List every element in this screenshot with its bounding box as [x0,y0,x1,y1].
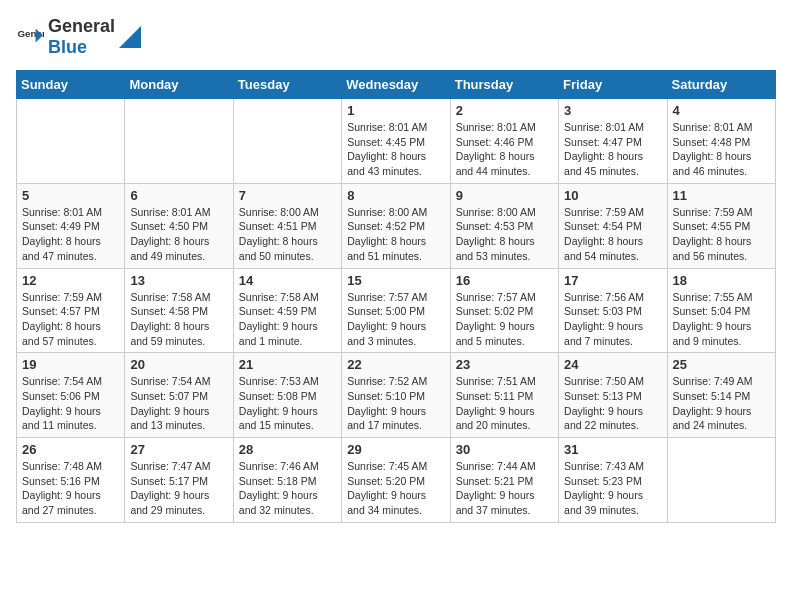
day-info: Sunrise: 7:43 AM Sunset: 5:23 PM Dayligh… [564,459,661,518]
day-info: Sunrise: 8:00 AM Sunset: 4:53 PM Dayligh… [456,205,553,264]
day-number: 7 [239,188,336,203]
col-header-saturday: Saturday [667,71,775,99]
day-number: 28 [239,442,336,457]
col-header-thursday: Thursday [450,71,558,99]
calendar-cell: 17Sunrise: 7:56 AM Sunset: 5:03 PM Dayli… [559,268,667,353]
day-number: 22 [347,357,444,372]
calendar-cell: 21Sunrise: 7:53 AM Sunset: 5:08 PM Dayli… [233,353,341,438]
day-number: 26 [22,442,119,457]
calendar-cell: 4Sunrise: 8:01 AM Sunset: 4:48 PM Daylig… [667,99,775,184]
day-number: 8 [347,188,444,203]
day-number: 29 [347,442,444,457]
calendar-header-row: SundayMondayTuesdayWednesdayThursdayFrid… [17,71,776,99]
calendar-cell: 1Sunrise: 8:01 AM Sunset: 4:45 PM Daylig… [342,99,450,184]
day-number: 13 [130,273,227,288]
logo: General General Blue [16,16,141,58]
day-number: 16 [456,273,553,288]
logo-icon: General [16,23,44,51]
day-number: 24 [564,357,661,372]
day-info: Sunrise: 7:59 AM Sunset: 4:54 PM Dayligh… [564,205,661,264]
day-number: 2 [456,103,553,118]
calendar-week-3: 12Sunrise: 7:59 AM Sunset: 4:57 PM Dayli… [17,268,776,353]
col-header-sunday: Sunday [17,71,125,99]
day-info: Sunrise: 7:59 AM Sunset: 4:57 PM Dayligh… [22,290,119,349]
calendar-cell [667,438,775,523]
day-info: Sunrise: 7:59 AM Sunset: 4:55 PM Dayligh… [673,205,770,264]
calendar-cell: 31Sunrise: 7:43 AM Sunset: 5:23 PM Dayli… [559,438,667,523]
logo-arrow-icon [119,26,141,48]
day-info: Sunrise: 7:55 AM Sunset: 5:04 PM Dayligh… [673,290,770,349]
calendar-cell: 25Sunrise: 7:49 AM Sunset: 5:14 PM Dayli… [667,353,775,438]
day-info: Sunrise: 7:54 AM Sunset: 5:07 PM Dayligh… [130,374,227,433]
day-info: Sunrise: 8:00 AM Sunset: 4:51 PM Dayligh… [239,205,336,264]
calendar-cell: 10Sunrise: 7:59 AM Sunset: 4:54 PM Dayli… [559,183,667,268]
day-info: Sunrise: 7:46 AM Sunset: 5:18 PM Dayligh… [239,459,336,518]
day-number: 14 [239,273,336,288]
calendar-cell: 16Sunrise: 7:57 AM Sunset: 5:02 PM Dayli… [450,268,558,353]
calendar-cell: 12Sunrise: 7:59 AM Sunset: 4:57 PM Dayli… [17,268,125,353]
calendar-cell: 13Sunrise: 7:58 AM Sunset: 4:58 PM Dayli… [125,268,233,353]
calendar-table: SundayMondayTuesdayWednesdayThursdayFrid… [16,70,776,523]
col-header-friday: Friday [559,71,667,99]
day-info: Sunrise: 7:58 AM Sunset: 4:58 PM Dayligh… [130,290,227,349]
calendar-cell: 29Sunrise: 7:45 AM Sunset: 5:20 PM Dayli… [342,438,450,523]
calendar-cell: 30Sunrise: 7:44 AM Sunset: 5:21 PM Dayli… [450,438,558,523]
day-number: 3 [564,103,661,118]
day-info: Sunrise: 8:01 AM Sunset: 4:46 PM Dayligh… [456,120,553,179]
calendar-cell: 2Sunrise: 8:01 AM Sunset: 4:46 PM Daylig… [450,99,558,184]
svg-marker-1 [119,26,141,48]
day-info: Sunrise: 8:01 AM Sunset: 4:47 PM Dayligh… [564,120,661,179]
calendar-cell: 20Sunrise: 7:54 AM Sunset: 5:07 PM Dayli… [125,353,233,438]
day-number: 19 [22,357,119,372]
day-info: Sunrise: 7:44 AM Sunset: 5:21 PM Dayligh… [456,459,553,518]
day-number: 15 [347,273,444,288]
logo-general-text: General [48,16,115,36]
day-info: Sunrise: 7:56 AM Sunset: 5:03 PM Dayligh… [564,290,661,349]
calendar-cell [125,99,233,184]
page-header: General General Blue [16,16,776,58]
calendar-week-5: 26Sunrise: 7:48 AM Sunset: 5:16 PM Dayli… [17,438,776,523]
day-number: 17 [564,273,661,288]
calendar-cell: 11Sunrise: 7:59 AM Sunset: 4:55 PM Dayli… [667,183,775,268]
day-info: Sunrise: 7:54 AM Sunset: 5:06 PM Dayligh… [22,374,119,433]
calendar-cell: 28Sunrise: 7:46 AM Sunset: 5:18 PM Dayli… [233,438,341,523]
day-info: Sunrise: 7:51 AM Sunset: 5:11 PM Dayligh… [456,374,553,433]
day-number: 1 [347,103,444,118]
day-number: 30 [456,442,553,457]
calendar-week-1: 1Sunrise: 8:01 AM Sunset: 4:45 PM Daylig… [17,99,776,184]
day-info: Sunrise: 7:53 AM Sunset: 5:08 PM Dayligh… [239,374,336,433]
calendar-cell: 24Sunrise: 7:50 AM Sunset: 5:13 PM Dayli… [559,353,667,438]
day-number: 6 [130,188,227,203]
calendar-cell: 3Sunrise: 8:01 AM Sunset: 4:47 PM Daylig… [559,99,667,184]
calendar-cell: 6Sunrise: 8:01 AM Sunset: 4:50 PM Daylig… [125,183,233,268]
calendar-cell: 19Sunrise: 7:54 AM Sunset: 5:06 PM Dayli… [17,353,125,438]
day-number: 27 [130,442,227,457]
day-number: 31 [564,442,661,457]
calendar-cell: 7Sunrise: 8:00 AM Sunset: 4:51 PM Daylig… [233,183,341,268]
day-info: Sunrise: 8:01 AM Sunset: 4:50 PM Dayligh… [130,205,227,264]
day-info: Sunrise: 8:01 AM Sunset: 4:45 PM Dayligh… [347,120,444,179]
calendar-cell: 8Sunrise: 8:00 AM Sunset: 4:52 PM Daylig… [342,183,450,268]
day-number: 25 [673,357,770,372]
day-number: 12 [22,273,119,288]
day-info: Sunrise: 8:01 AM Sunset: 4:48 PM Dayligh… [673,120,770,179]
day-info: Sunrise: 7:47 AM Sunset: 5:17 PM Dayligh… [130,459,227,518]
calendar-cell: 15Sunrise: 7:57 AM Sunset: 5:00 PM Dayli… [342,268,450,353]
calendar-week-2: 5Sunrise: 8:01 AM Sunset: 4:49 PM Daylig… [17,183,776,268]
day-info: Sunrise: 7:50 AM Sunset: 5:13 PM Dayligh… [564,374,661,433]
day-info: Sunrise: 7:57 AM Sunset: 5:00 PM Dayligh… [347,290,444,349]
col-header-wednesday: Wednesday [342,71,450,99]
day-number: 18 [673,273,770,288]
col-header-monday: Monday [125,71,233,99]
calendar-week-4: 19Sunrise: 7:54 AM Sunset: 5:06 PM Dayli… [17,353,776,438]
day-info: Sunrise: 7:57 AM Sunset: 5:02 PM Dayligh… [456,290,553,349]
day-number: 4 [673,103,770,118]
calendar-cell: 5Sunrise: 8:01 AM Sunset: 4:49 PM Daylig… [17,183,125,268]
calendar-cell: 27Sunrise: 7:47 AM Sunset: 5:17 PM Dayli… [125,438,233,523]
day-number: 23 [456,357,553,372]
logo-blue-text: Blue [48,37,87,57]
day-info: Sunrise: 7:58 AM Sunset: 4:59 PM Dayligh… [239,290,336,349]
calendar-cell [233,99,341,184]
day-number: 5 [22,188,119,203]
calendar-cell: 14Sunrise: 7:58 AM Sunset: 4:59 PM Dayli… [233,268,341,353]
